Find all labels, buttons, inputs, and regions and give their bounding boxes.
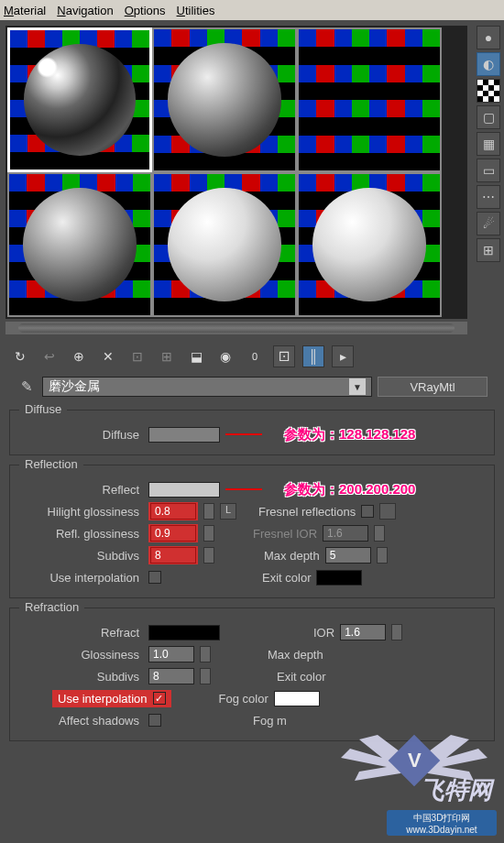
fresnel-checkbox[interactable] — [361, 505, 374, 518]
refr-exit-label: Exit color — [277, 670, 325, 684]
eyedropper-icon[interactable]: ✎ — [16, 377, 37, 397]
unique-icon[interactable]: ⊞ — [156, 345, 178, 367]
diffuse-annotation: 参数为：128.128.128 — [284, 426, 415, 443]
watermark-badge: 中国3D打印网 www.3Ddayin.net — [387, 810, 497, 836]
refract-label: Refract — [19, 626, 143, 640]
shadows-label: Affect shadows — [19, 714, 143, 728]
show-map-icon[interactable]: 0 — [244, 345, 266, 367]
reset-icon[interactable]: ✕ — [97, 345, 119, 367]
spinner-buttons[interactable] — [377, 547, 388, 564]
refr-subdivs-spinner[interactable]: 8 — [148, 668, 194, 684]
refraction-group: Refraction Refract IOR 1.6 Glossiness 1.… — [9, 608, 495, 741]
material-slot-5[interactable] — [152, 172, 297, 317]
watermark: V 飞特网 中国3D打印网 www.3Ddayin.net — [332, 726, 497, 836]
maxdepth-label: Max depth — [264, 549, 320, 563]
watermark-brand: 飞特网 — [421, 774, 492, 806]
interp-label: Use interpolation — [19, 571, 143, 585]
reflection-legend: Reflection — [19, 457, 83, 471]
reflect-label: Reflect — [19, 483, 143, 497]
video-color-icon[interactable]: ▦ — [477, 132, 500, 156]
refr-interp-label: Use interpolation — [58, 692, 148, 706]
material-slot-1[interactable] — [7, 27, 152, 172]
get-material-icon[interactable]: ↻ — [9, 345, 31, 367]
put-to-lib-icon[interactable]: ⬓ — [185, 345, 207, 367]
fog-label: Fog color — [219, 692, 268, 706]
ior-spinner[interactable]: 1.6 — [340, 624, 386, 640]
reflect-color-swatch[interactable] — [148, 482, 220, 498]
diffuse-legend: Diffuse — [19, 402, 67, 416]
go-forward-icon[interactable]: ▸ — [332, 345, 354, 367]
material-preview-area — [0, 20, 473, 340]
spinner-buttons[interactable] — [203, 547, 214, 564]
spinner-buttons[interactable] — [203, 525, 214, 542]
spinner-buttons[interactable] — [200, 646, 211, 662]
menu-bar: MMaterialaterial Navigation Options Util… — [0, 0, 504, 20]
fresnel-ior-spinner[interactable]: 1.6 — [323, 525, 368, 542]
material-slot-4[interactable] — [7, 172, 152, 317]
spinner-buttons[interactable] — [200, 668, 211, 684]
annotation-line — [225, 488, 262, 490]
lock-button[interactable]: L — [220, 503, 236, 520]
effects-icon[interactable]: ◉ — [214, 345, 236, 367]
menu-material[interactable]: MMaterialaterial — [4, 4, 46, 17]
hgloss-label: Hilight glossiness — [19, 505, 143, 519]
exit-label: Exit color — [262, 571, 311, 585]
diffuse-color-swatch[interactable] — [148, 427, 220, 443]
maxdepth-spinner[interactable]: 5 — [325, 547, 371, 564]
library-icon[interactable]: ⊞ — [477, 238, 500, 262]
exit-color-swatch[interactable] — [316, 570, 362, 586]
subdivs-label: Subdivs — [19, 549, 143, 563]
ior-label: IOR — [313, 626, 334, 640]
refract-color-swatch[interactable] — [148, 625, 220, 640]
material-slot-3[interactable] — [297, 27, 442, 172]
reflection-group: Reflection Reflect 参数为：200.200.200 Hilig… — [9, 465, 495, 598]
options-icon[interactable]: ⋯ — [477, 185, 500, 209]
spinner-buttons[interactable] — [203, 503, 214, 520]
background-icon[interactable] — [477, 79, 500, 103]
menu-navigation[interactable]: Navigation — [57, 4, 113, 17]
lower-toolbar: ↻ ↩ ⊕ ✕ ⊡ ⊞ ⬓ ◉ 0 ⚀ ║ ▸ — [0, 340, 504, 373]
menu-options[interactable]: Options — [125, 4, 166, 17]
subdivs-spinner[interactable]: 8 — [150, 547, 196, 564]
fresnel-map-button[interactable] — [379, 503, 396, 520]
refraction-legend: Refraction — [19, 600, 84, 614]
fog-color-swatch[interactable] — [274, 691, 320, 706]
gloss-spinner[interactable]: 1.0 — [148, 646, 194, 662]
material-slot-6[interactable] — [297, 172, 442, 317]
reflect-annotation: 参数为：200.200.200 — [284, 481, 415, 498]
spinner-buttons[interactable] — [374, 525, 385, 542]
spinner-buttons[interactable] — [391, 624, 402, 640]
show-end-icon[interactable]: ⚀ — [273, 345, 295, 367]
fresnel-label: Fresnel reflections — [258, 505, 356, 519]
rgloss-spinner[interactable]: 0.9 — [150, 525, 196, 542]
diffuse-label: Diffuse — [19, 428, 143, 442]
backlight-icon[interactable]: ◐ — [477, 52, 500, 76]
copy-icon[interactable]: ⊡ — [126, 345, 148, 367]
side-toolbar: ● ◐ ▢ ▦ ▭ ⋯ ☄ ⊞ — [473, 20, 504, 340]
refr-interp-checkbox[interactable] — [153, 692, 166, 705]
fresnel-ior-label: Fresnel IOR — [253, 527, 317, 541]
hgloss-spinner[interactable]: 0.8 — [150, 503, 196, 520]
watermark-v-icon: V — [389, 735, 441, 787]
rgloss-label: Refl. glossiness — [19, 527, 143, 541]
refr-subdivs-label: Subdivs — [19, 670, 143, 684]
go-parent-icon[interactable]: ║ — [302, 345, 324, 367]
make-preview-icon[interactable]: ▭ — [477, 159, 500, 182]
sample-uv-icon[interactable]: ▢ — [477, 105, 500, 129]
material-type-button[interactable]: VRayMtl — [378, 377, 488, 397]
preview-scrollbar[interactable] — [5, 322, 467, 334]
material-name-input[interactable]: 磨沙金属▼ — [42, 377, 372, 397]
material-slot-2[interactable] — [152, 27, 297, 172]
diffuse-group: Diffuse Diffuse 参数为：128.128.128 — [9, 410, 495, 455]
sample-type-icon[interactable]: ● — [477, 26, 500, 49]
interp-checkbox[interactable] — [148, 571, 161, 584]
dropdown-arrow-icon[interactable]: ▼ — [349, 378, 366, 395]
gloss-label: Glossiness — [19, 648, 143, 662]
select-by-icon[interactable]: ☄ — [477, 212, 500, 235]
put-material-icon[interactable]: ↩ — [38, 345, 60, 367]
fogm-label: Fog m — [253, 714, 287, 728]
shadows-checkbox[interactable] — [148, 714, 161, 727]
assign-icon[interactable]: ⊕ — [68, 345, 90, 367]
annotation-line — [225, 433, 262, 435]
menu-utilities[interactable]: Utilities — [177, 4, 215, 17]
